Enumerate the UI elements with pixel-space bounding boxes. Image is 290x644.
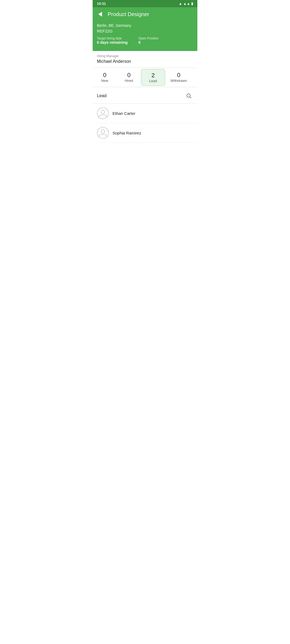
stat-lead[interactable]: 2 Lead <box>141 69 165 86</box>
svg-point-3 <box>101 110 105 114</box>
stat-withdrawn-number: 0 <box>177 72 180 79</box>
stat-new-label: New <box>101 79 108 83</box>
stat-new[interactable]: 0 New <box>93 69 117 86</box>
app-bar: Product Designer <box>93 7 197 21</box>
candidates-list: Ethan Carter Sophia Ramirez <box>93 104 197 143</box>
stat-withdrawn[interactable]: 0 Withdrawn <box>165 69 192 86</box>
svg-line-1 <box>190 97 191 98</box>
target-hiring-date-label: Target hiring date <box>97 36 128 40</box>
avatar-ethan <box>97 107 109 119</box>
candidate-item-ethan[interactable]: Ethan Carter <box>93 104 197 123</box>
target-hiring-date-info: Target hiring date 0 days remaining <box>97 36 128 45</box>
stat-lead-number: 2 <box>151 72 155 79</box>
candidate-item-sophia[interactable]: Sophia Ramirez <box>93 123 197 143</box>
back-button[interactable] <box>97 11 103 17</box>
avatar-sophia <box>97 127 109 139</box>
stat-hired-number: 0 <box>127 72 130 79</box>
stats-row: 0 New 0 Hired 2 Lead 0 Withdrawn 0 Rejec… <box>93 68 197 87</box>
status-icons: ▲ ▲▲ ▮ <box>179 2 193 6</box>
open-position-label: Open Position <box>138 36 158 40</box>
avatar-icon-ethan <box>97 107 109 119</box>
search-icon <box>186 93 192 99</box>
open-position-info: Open Position 0 <box>138 36 158 45</box>
job-ref: REF22G <box>97 29 193 33</box>
stat-withdrawn-label: Withdrawn <box>171 79 187 83</box>
svg-point-2 <box>97 108 108 119</box>
stat-rejected[interactable]: 0 Rejected <box>192 69 197 86</box>
candidate-name-ethan: Ethan Carter <box>113 111 135 116</box>
back-arrow-icon <box>98 12 102 17</box>
job-location: Berlin, BE, Germany <box>97 23 193 28</box>
stat-hired-label: Hired <box>125 79 133 83</box>
job-details-header: Berlin, BE, Germany REF22G Target hiring… <box>93 21 197 51</box>
stat-lead-label: Lead <box>149 79 157 83</box>
hiring-manager-section: Hiring Manager Michael Anderson <box>93 51 197 68</box>
candidate-name-sophia: Sophia Ramirez <box>113 131 141 135</box>
status-bar: 10:31 ▲ ▲▲ ▮ <box>93 0 197 7</box>
hiring-manager-label: Hiring Manager <box>97 54 193 58</box>
signal-icon: ▲▲ <box>183 2 190 6</box>
hiring-manager-name: Michael Anderson <box>97 59 193 64</box>
status-time: 10:31 <box>97 2 106 6</box>
battery-icon: ▮ <box>191 2 193 6</box>
open-position-value: 0 <box>138 40 158 45</box>
target-hiring-date-value: 0 days remaining <box>97 40 128 45</box>
stat-new-number: 0 <box>103 72 106 79</box>
search-button[interactable] <box>184 92 193 100</box>
job-info-row: Target hiring date 0 days remaining Open… <box>97 36 193 45</box>
stat-hired[interactable]: 0 Hired <box>117 69 141 86</box>
wifi-icon: ▲ <box>179 2 182 6</box>
candidates-section-title: Lead <box>97 93 107 98</box>
page-title: Product Designer <box>108 11 149 17</box>
svg-point-5 <box>101 130 105 133</box>
svg-point-4 <box>97 127 108 138</box>
avatar-icon-sophia <box>97 127 109 139</box>
candidates-section-header: Lead <box>93 87 197 104</box>
